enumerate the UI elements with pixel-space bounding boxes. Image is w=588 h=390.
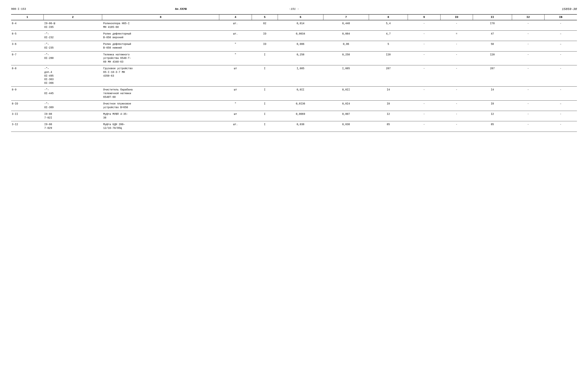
cell-4-1: 8-7 <box>11 51 43 65</box>
cell-8-9: - <box>408 111 440 121</box>
cell-3-6: 0,006 <box>278 41 323 51</box>
col-header-10: IO <box>440 14 473 20</box>
table-row: 8-7-"– OI-280Тележка натяжного устройств… <box>11 51 577 65</box>
cell-8-3: Муфта МУВП 4-35- 38 <box>102 111 219 121</box>
cell-6-9: - <box>408 87 440 100</box>
cell-1-6: 0,014 <box>278 20 323 31</box>
cell-2-6: 0,0034 <box>278 31 323 41</box>
cell-8-10: - <box>440 111 473 121</box>
col-header-9: 9 <box>408 14 440 20</box>
cell-9-10: - <box>440 121 473 132</box>
cell-8-7: 0,007 <box>323 111 369 121</box>
cell-5-7: I,085 <box>323 65 369 87</box>
cell-5-9: - <box>408 65 440 87</box>
cell-6-2: -"– OI-445 <box>43 87 102 100</box>
cell-1-10: - <box>440 20 473 31</box>
col-header-4: 4 <box>219 14 252 20</box>
cell-7-1: 8-IO <box>11 100 43 111</box>
doc-id: 15859-30 <box>464 7 577 11</box>
cell-6-6: 0,0II <box>278 87 323 100</box>
page-header: 908-I-153 Ан.ХХУШ -151 - 15859-30 <box>11 7 577 11</box>
col-header-13: IB <box>545 14 577 20</box>
cell-8-8: I2 <box>369 111 408 121</box>
table-row: 3-I2I9-08 7-029Муфта КДН 200– 12/16-70/8… <box>11 121 577 132</box>
cell-5-2: -"– доп.4 OI-495 OI-363 OI-366 <box>43 65 102 87</box>
col-header-1: 1 <box>11 14 43 20</box>
cell-7-12: - <box>512 100 544 111</box>
cell-2-10: = <box>440 31 473 41</box>
cell-9-3: Муфта КДН 200– 12/16-70/85Ц <box>102 121 219 132</box>
cell-1-5: 82 <box>252 20 278 31</box>
cell-4-7: 0,258 <box>323 51 369 65</box>
cell-1-13: - <box>545 20 577 31</box>
cell-5-6: I,085 <box>278 65 323 87</box>
cell-8-13: - <box>545 111 577 121</box>
main-table: 1 2 8 4 5 6 7 8 9 IO II I2 IB 8-4I9-06-Ш… <box>11 14 577 132</box>
cell-2-3: Ролик дефлекторный В-650 верхний <box>102 31 219 41</box>
cell-9-2: I9-08 7-029 <box>43 121 102 132</box>
cell-2-8: 4,7 <box>369 31 408 41</box>
table-row: 8-4I9-06-Ш OI-I65Роликоопора Н65-I МН 41… <box>11 20 577 31</box>
table-row: 8-8-"– доп.4 OI-495 OI-363 OI-366Грузово… <box>11 65 577 87</box>
cell-1-8: 5,4 <box>369 20 408 31</box>
cell-7-10: - <box>440 100 473 111</box>
cell-7-6: 0,0I36 <box>278 100 323 111</box>
cell-2-2: -"– OI-232 <box>43 31 102 41</box>
col-header-2: 2 <box>43 14 102 20</box>
cell-3-4: " <box>219 41 252 51</box>
cell-2-9: - <box>408 31 440 41</box>
cell-4-13: - <box>545 51 577 65</box>
cell-5-3: Грузовое устройство 65-I-10-3-7 МН 4350-… <box>102 65 219 87</box>
cell-6-12: - <box>512 87 544 100</box>
cell-4-3: Тележка натяжного устройства 6540-Т- 60 … <box>102 51 219 65</box>
cell-2-13: – <box>545 31 577 41</box>
doc-number: 908-I-153 <box>11 7 124 11</box>
cell-6-8: I4 <box>369 87 408 100</box>
cell-3-12: - <box>512 41 544 51</box>
cell-3-11: 50 <box>473 41 512 51</box>
page-number: -151 - <box>237 7 351 11</box>
cell-3-1: 3-6 <box>11 41 43 51</box>
cell-7-11: I8 <box>473 100 512 111</box>
col-header-7: 7 <box>323 14 369 20</box>
cell-8-2: I9-08 7-02I <box>43 111 102 121</box>
cell-7-4: " <box>219 100 252 111</box>
cell-2-5: IO <box>252 31 278 41</box>
cell-7-8: I8 <box>369 100 408 111</box>
cell-1-11: I78 <box>473 20 512 31</box>
cell-2-11: 47 <box>473 31 512 41</box>
cell-7-13: – <box>545 100 577 111</box>
cell-1-2: I9-06-Ш OI-I65 <box>43 20 102 31</box>
cell-4-6: 0,258 <box>278 51 323 65</box>
cell-7-7: 0,0I4 <box>323 100 369 111</box>
cell-6-11: I4 <box>473 87 512 100</box>
cell-8-1: 3-II <box>11 111 43 121</box>
cell-5-4: шт <box>219 65 252 87</box>
cell-2-1: 8-5 <box>11 31 43 41</box>
cell-8-12: - <box>512 111 544 121</box>
cell-9-13: - <box>545 121 577 132</box>
cell-6-13: - <box>545 87 577 100</box>
cell-3-10: - <box>440 41 473 51</box>
cell-5-10: - <box>440 65 473 87</box>
cell-7-3: Очистное плужковое устройство В=650 <box>102 100 219 111</box>
cell-3-7: 0,06 <box>323 41 369 51</box>
column-header-row: 1 2 8 4 5 6 7 8 9 IO II I2 IB <box>11 14 577 20</box>
cell-1-7: 0,448 <box>323 20 369 31</box>
cell-9-11: 85 <box>473 121 512 132</box>
cell-7-2: -"– OI-389 <box>43 100 102 111</box>
cell-5-8: 287 <box>369 65 408 87</box>
cell-9-9: - <box>408 121 440 132</box>
table-row: 3-6-"– OI-235Ролик дефлекторный В-650 ни… <box>11 41 577 51</box>
cell-3-8: 5 <box>369 41 408 51</box>
col-header-8: 8 <box>369 14 408 20</box>
cell-5-1: 8-8 <box>11 65 43 87</box>
cell-5-13: - <box>545 65 577 87</box>
cell-2-7: 0,084 <box>323 31 369 41</box>
cell-8-11: I2 <box>473 111 512 121</box>
col-header-11: II <box>473 14 512 20</box>
col-header-5: 5 <box>252 14 278 20</box>
table-row: 8-5-"– OI-232Ролик дефлекторный В-650 ве… <box>11 31 577 41</box>
cell-1-12: - <box>512 20 544 31</box>
cell-8-4: шт <box>219 111 252 121</box>
